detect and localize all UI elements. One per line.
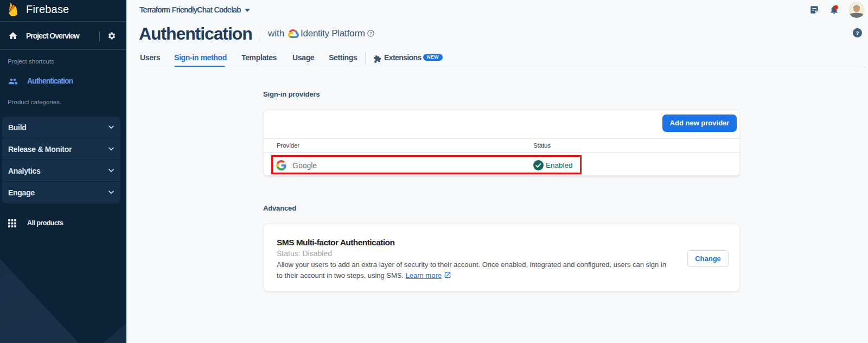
svg-text:?: ? xyxy=(369,31,372,36)
svg-text:?: ? xyxy=(856,30,859,36)
